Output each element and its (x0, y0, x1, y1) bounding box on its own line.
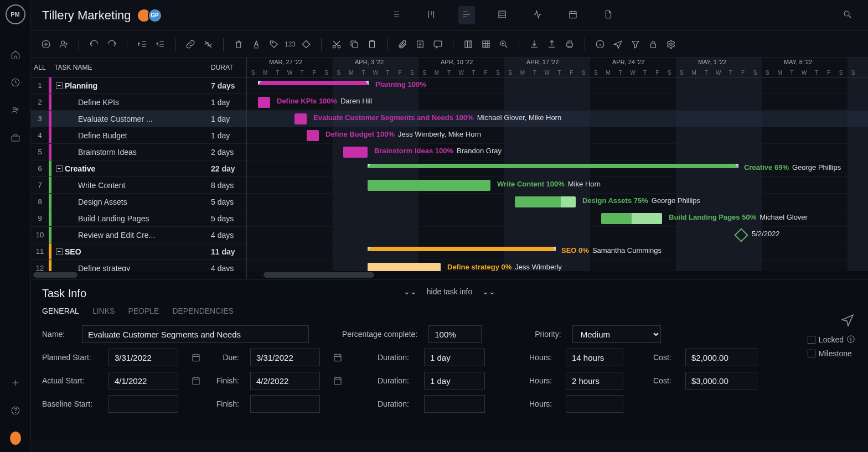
print-icon[interactable] (562, 37, 577, 51)
tab-people[interactable]: PEOPLE (128, 306, 159, 315)
columns-icon[interactable] (461, 37, 476, 51)
sheet-view-icon[interactable] (494, 6, 510, 24)
col-all[interactable]: ALL (31, 64, 49, 71)
hours-input[interactable] (566, 395, 623, 413)
file-view-icon[interactable] (600, 6, 617, 24)
briefcase-icon[interactable] (10, 132, 21, 143)
info-icon[interactable]: ⓘ (847, 335, 855, 345)
task-row[interactable]: 12 Define strategy 4 days (31, 260, 246, 271)
milestone-checkbox[interactable]: Milestone (808, 349, 855, 358)
task-row[interactable]: 5 Brainstorm Ideas 2 days (31, 144, 246, 160)
duration-input[interactable] (424, 349, 485, 366)
info-icon[interactable] (593, 37, 607, 51)
import-icon[interactable] (527, 37, 541, 51)
undo-icon[interactable] (87, 37, 101, 51)
task-row[interactable]: 11 − SEO 11 day (31, 243, 246, 260)
gantt-bar[interactable] (601, 213, 662, 224)
hide-task-info-button[interactable]: ⌄⌄ hide task info ⌄⌄ (404, 287, 496, 296)
duration-input[interactable] (424, 395, 485, 413)
zoom-icon[interactable] (497, 37, 511, 51)
task-row[interactable]: 4 Define Budget 1 day (31, 127, 246, 144)
tab-links[interactable]: LINKS (92, 306, 115, 315)
lock-icon[interactable] (646, 37, 660, 51)
gantt-bar[interactable] (368, 247, 556, 251)
date-input[interactable] (108, 395, 178, 413)
calendar-icon[interactable] (331, 351, 344, 364)
cost-input[interactable] (685, 349, 757, 366)
collapse-icon[interactable]: − (56, 248, 63, 255)
add-task-icon[interactable] (39, 37, 53, 51)
board-view-icon[interactable] (423, 6, 440, 24)
calendar-icon[interactable] (189, 374, 203, 387)
tag-icon[interactable] (267, 37, 281, 51)
grid-scrollbar[interactable] (31, 271, 246, 279)
list-view-icon[interactable] (388, 6, 404, 24)
export-icon[interactable] (545, 37, 559, 51)
team-icon[interactable] (10, 105, 21, 116)
collapse-icon[interactable]: − (56, 165, 63, 172)
outdent-icon[interactable] (135, 37, 149, 51)
task-row[interactable]: 8 Design Assets 5 days (31, 194, 246, 210)
add-user-icon[interactable] (56, 37, 71, 51)
task-row[interactable]: 3 Evaluate Customer ... 1 day (31, 111, 246, 127)
pct-input[interactable] (428, 325, 482, 343)
app-logo[interactable]: PM (6, 4, 25, 24)
date-input[interactable] (108, 372, 178, 389)
task-row[interactable]: 7 Write Content 8 days (31, 177, 246, 194)
plus-icon[interactable] (10, 377, 21, 388)
note-icon[interactable] (413, 37, 427, 51)
help-icon[interactable] (10, 405, 21, 416)
col-task-name[interactable]: TASK NAME (49, 64, 211, 71)
date-input[interactable] (250, 395, 320, 413)
collapse-icon[interactable]: − (56, 82, 63, 89)
task-name-input[interactable] (82, 325, 309, 343)
gantt-bar[interactable] (258, 81, 369, 85)
text-style-icon[interactable] (249, 37, 264, 51)
gantt-bar[interactable] (515, 196, 576, 207)
cost-input[interactable] (685, 372, 757, 389)
trash-icon[interactable] (231, 37, 246, 51)
gantt-bar[interactable] (294, 113, 307, 124)
timeline[interactable]: MAR, 27 '22APR, 3 '22APR, 10 '22APR, 17 … (247, 58, 868, 279)
grid-icon[interactable] (479, 37, 493, 51)
copy-icon[interactable] (347, 37, 361, 51)
settings-icon[interactable] (664, 37, 678, 51)
calendar-icon[interactable] (189, 351, 203, 364)
cut-icon[interactable] (329, 37, 344, 51)
date-input[interactable] (108, 349, 178, 366)
avatar[interactable]: GP (148, 8, 162, 23)
search-icon[interactable] (843, 9, 857, 21)
col-duration[interactable]: DURAT (211, 64, 246, 71)
link-icon[interactable] (183, 37, 198, 51)
hours-input[interactable] (566, 372, 623, 389)
milestone-icon[interactable] (299, 37, 313, 51)
calendar-icon[interactable] (331, 374, 344, 387)
task-row[interactable]: 6 − Creative 22 day (31, 160, 246, 177)
locked-checkbox[interactable]: Locked ⓘ (808, 335, 855, 345)
gantt-bar[interactable] (307, 130, 319, 141)
filter-icon[interactable] (628, 37, 643, 51)
tab-general[interactable]: GENERAL (42, 306, 79, 315)
task-row[interactable]: 2 Define KPIs 1 day (31, 94, 246, 111)
indent-icon[interactable] (153, 37, 167, 51)
send-task-icon[interactable] (840, 313, 855, 329)
project-members[interactable]: GP (140, 8, 162, 23)
home-icon[interactable] (10, 49, 21, 60)
duration-input[interactable] (424, 372, 485, 389)
attach-icon[interactable] (395, 37, 410, 51)
gantt-bar[interactable] (368, 180, 490, 191)
priority-select[interactable]: Medium (572, 325, 661, 343)
tab-dependencies[interactable]: DEPENDENCIES (172, 306, 233, 315)
timeline-scrollbar[interactable] (247, 271, 868, 279)
activity-view-icon[interactable] (529, 6, 546, 24)
task-row[interactable]: 1 − Planning 7 days (31, 77, 246, 94)
clock-icon[interactable] (10, 77, 21, 88)
user-avatar-icon[interactable] (10, 433, 21, 444)
gantt-view-icon[interactable] (458, 6, 475, 24)
send-icon[interactable] (611, 37, 625, 51)
gantt-bar[interactable] (258, 97, 270, 108)
task-row[interactable]: 9 Build Landing Pages 5 days (31, 210, 246, 227)
hours-input[interactable] (566, 349, 623, 366)
gantt-bar[interactable] (343, 147, 368, 158)
redo-icon[interactable] (105, 37, 119, 51)
